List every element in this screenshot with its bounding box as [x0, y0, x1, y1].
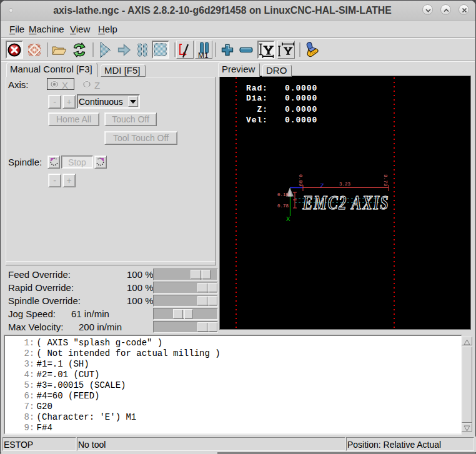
svg-text:0.0000: 0.0000 — [285, 116, 317, 125]
svg-text:Rad:: Rad: — [246, 84, 268, 93]
svg-text:3.73: 3.73 — [383, 174, 389, 186]
svg-text:M1: M1 — [198, 51, 209, 59]
svg-text:Dia:: Dia: — [246, 94, 268, 103]
svg-text:Z:: Z: — [257, 105, 268, 114]
svg-text:0.0000: 0.0000 — [285, 84, 317, 93]
svg-text:Z: Z — [320, 182, 324, 190]
svg-text:0.15: 0.15 — [277, 192, 289, 197]
svg-text:EMC2 AXIS: EMC2 AXIS — [302, 192, 389, 214]
svg-text:3.23: 3.23 — [339, 182, 351, 187]
svg-text:Vel:: Vel: — [246, 116, 268, 125]
svg-text:X: X — [286, 215, 290, 223]
svg-text:0.0000: 0.0000 — [285, 94, 317, 103]
svg-text:0.89: 0.89 — [298, 174, 304, 186]
svg-text:0.78: 0.78 — [277, 204, 289, 209]
svg-text:0.0000: 0.0000 — [285, 105, 317, 114]
